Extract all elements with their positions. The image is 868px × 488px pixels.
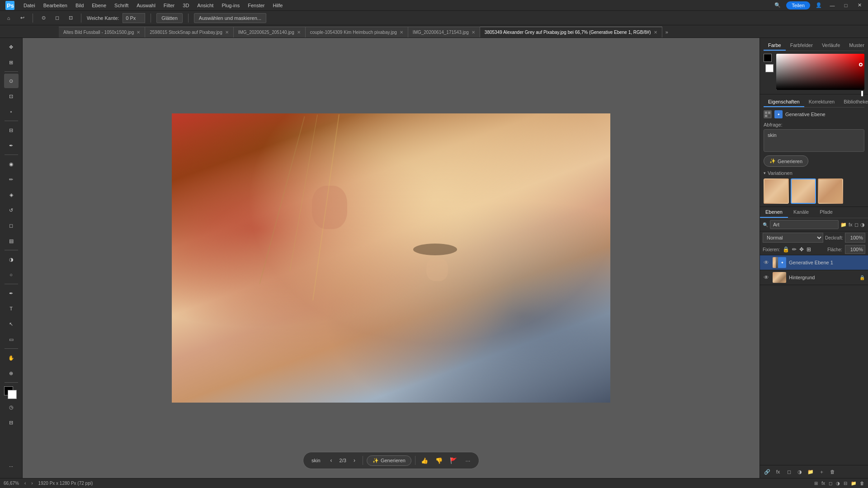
weiche-kante-input[interactable]	[123, 13, 145, 23]
move-tool[interactable]: ✥	[4, 40, 19, 54]
props-tab-korrekturen[interactable]: Korrekturen	[804, 97, 839, 107]
menu-datei[interactable]: Datei	[20, 2, 39, 9]
tab-close-5[interactable]: ✕	[654, 30, 657, 35]
extra-tools[interactable]: ···	[4, 459, 19, 474]
foreground-color-swatch[interactable]	[764, 54, 772, 62]
gen-more-btn[interactable]: ···	[462, 455, 473, 466]
path-select-tool[interactable]: ↖	[4, 317, 19, 331]
lasso-tool-options[interactable]: ⊙	[38, 13, 48, 23]
color-tab-muster[interactable]: Muster	[844, 41, 868, 51]
brush-tool[interactable]: ✏	[4, 172, 19, 187]
query-text-box[interactable]: skin	[764, 129, 864, 152]
layer-mask-btn[interactable]: ◻	[854, 220, 859, 229]
gradient-tool[interactable]: ▤	[4, 234, 19, 248]
nav-prev[interactable]: ‹	[24, 481, 26, 486]
variation-thumb-3[interactable]	[818, 178, 843, 204]
new-layer-btn[interactable]: ＋	[867, 220, 868, 229]
auswaehlen-maskieren-button[interactable]: Auswählen und maskieren...	[194, 13, 266, 23]
layer-fx-btn[interactable]: fx	[849, 220, 853, 229]
shape-tool[interactable]: ▭	[4, 332, 19, 347]
color-tab-farbfelder[interactable]: Farbfelder	[786, 41, 817, 51]
tab-1[interactable]: 2598015 StockSnap auf Pixabay.jpg ✕	[145, 27, 234, 38]
type-tool[interactable]: T	[4, 301, 19, 316]
adj-layer-bottom-btn[interactable]: ◑	[795, 467, 804, 476]
layer-style-btn[interactable]: fx	[774, 467, 783, 476]
spot-healing-tool[interactable]: ◉	[4, 157, 19, 171]
eyedropper-tool[interactable]: ✒	[4, 138, 19, 153]
close-icon[interactable]: ✕	[854, 0, 864, 10]
stamp-tool[interactable]: ◈	[4, 188, 19, 202]
gen-generate-btn-panel[interactable]: ✨ Generieren	[764, 155, 808, 167]
layer-item-1[interactable]: 👁 Hintergrund 🔒	[760, 270, 868, 285]
lock-pixels-btn[interactable]: ✏	[792, 246, 797, 253]
menu-schrift[interactable]: Schrift	[111, 2, 132, 9]
pen-tool[interactable]: ✒	[4, 286, 19, 300]
account-icon[interactable]: 👤	[814, 0, 824, 10]
select-tool[interactable]: ⊡	[4, 89, 19, 103]
gen-prev-btn[interactable]: ‹	[327, 456, 336, 465]
tabs-overflow-btn[interactable]: »	[662, 27, 671, 38]
tab-close-1[interactable]: ✕	[225, 30, 229, 35]
crop-tool[interactable]: ⊟	[4, 123, 19, 137]
props-tab-bibliotheken[interactable]: Bibliotheken	[839, 97, 868, 107]
zoom-tool[interactable]: ⊕	[4, 366, 19, 380]
layer-visibility-0[interactable]: 👁	[763, 259, 770, 266]
layers-search-input[interactable]	[770, 220, 839, 229]
tab-close-0[interactable]: ✕	[137, 30, 140, 35]
blend-mode-select[interactable]: Normal	[763, 233, 823, 243]
menu-bearbeiten[interactable]: Bearbeiten	[40, 2, 71, 9]
search-icon-btn[interactable]: 🔍	[773, 0, 783, 10]
color-swatches[interactable]	[4, 386, 19, 399]
lasso-tool[interactable]: ⊙	[4, 74, 19, 88]
tab-close-4[interactable]: ✕	[472, 30, 475, 35]
del-layer-bottom-btn[interactable]: 🗑	[828, 467, 837, 476]
layers-tab-pfade[interactable]: Pfade	[814, 207, 838, 218]
history-brush-tool[interactable]: ↺	[4, 203, 19, 217]
menu-auswahl[interactable]: Auswahl	[133, 2, 159, 9]
tab-close-3[interactable]: ✕	[400, 30, 403, 35]
background-swatch[interactable]	[8, 390, 17, 399]
tab-2[interactable]: IMG_20200625_205140.jpg ✕	[234, 27, 306, 38]
new-layer-bottom-btn[interactable]: ＋	[817, 467, 826, 476]
nav-next[interactable]: ›	[31, 481, 33, 486]
props-tab-eigenschaften[interactable]: Eigenschaften	[764, 97, 804, 107]
gen-generate-btn-bar[interactable]: ✨ Generieren	[367, 455, 411, 466]
tab-close-2[interactable]: ✕	[297, 30, 301, 35]
opacity-input[interactable]	[845, 233, 865, 243]
gen-thumbs-down-btn[interactable]: 👎	[434, 455, 444, 466]
artboard-tool[interactable]: ⊞	[4, 55, 19, 70]
variation-thumb-2[interactable]	[791, 178, 816, 204]
tab-0[interactable]: Altes Bild Fussball - 1050x1500.jpg ✕	[59, 27, 145, 38]
fill-input[interactable]	[845, 245, 865, 254]
menu-bild[interactable]: Bild	[72, 2, 87, 9]
menu-hilfe[interactable]: Hilfe	[269, 2, 286, 9]
maximize-icon[interactable]: □	[841, 0, 851, 10]
screen-mode-btn[interactable]: ⊟	[4, 415, 19, 430]
menu-plugins[interactable]: Plug-ins	[218, 2, 243, 9]
home-icon[interactable]: ⌂	[4, 13, 14, 23]
gen-flag-btn[interactable]: 🚩	[448, 455, 459, 466]
gen-next-btn[interactable]: ›	[350, 456, 359, 465]
color-tab-farbe[interactable]: Farbe	[764, 41, 786, 51]
tab-5[interactable]: 3805349 Alexander Grey auf Pixabay.jpg b…	[480, 27, 662, 38]
lock-position-btn[interactable]: ✥	[799, 246, 804, 253]
color-picker-knob[interactable]	[859, 63, 863, 66]
lock-artboard-btn[interactable]: ⊞	[807, 246, 811, 253]
polygon-select[interactable]: ◻	[52, 13, 62, 23]
layer-visibility-1[interactable]: 👁	[763, 274, 770, 281]
magnet-select[interactable]: ⊡	[66, 13, 75, 23]
variation-thumb-1[interactable]	[764, 178, 789, 204]
group-layers-btn[interactable]: 📁	[806, 467, 815, 476]
menu-3d[interactable]: 3D	[179, 2, 193, 9]
glaetten-button[interactable]: Glätten	[156, 13, 182, 23]
share-button[interactable]: Teilen	[786, 1, 810, 9]
hue-slider-knob[interactable]	[861, 90, 863, 97]
menu-ebene[interactable]: Ebene	[88, 2, 110, 9]
gen-thumbs-up-btn[interactable]: 👍	[419, 455, 430, 466]
background-color-swatch[interactable]	[765, 64, 774, 72]
lock-transparent-btn[interactable]: 🔒	[783, 246, 789, 253]
undo-icon[interactable]: ↩	[17, 13, 27, 23]
color-picker-gradient[interactable]	[776, 54, 864, 90]
tab-3[interactable]: couple-1054309 Kim Heimbuch pixabay.jpg …	[306, 27, 408, 38]
minimize-icon[interactable]: —	[827, 0, 837, 10]
